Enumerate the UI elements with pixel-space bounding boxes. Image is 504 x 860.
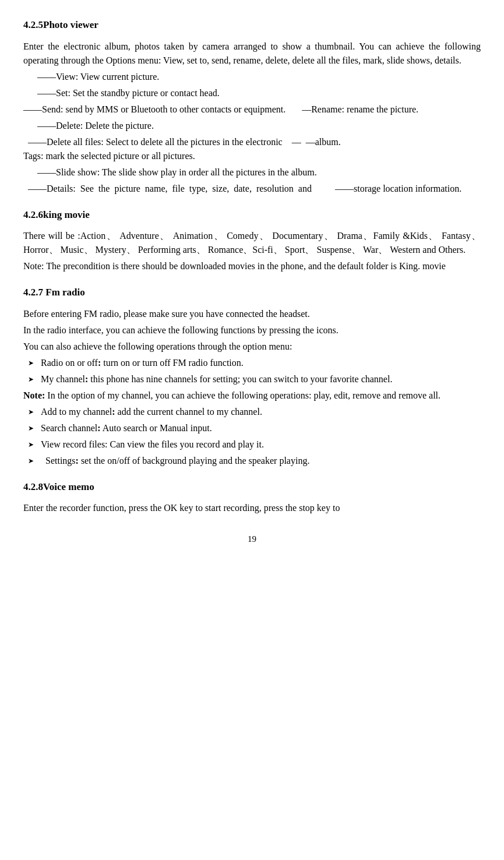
section-4-2-6: 4.2.6king movie There will be :Action、 A…	[23, 207, 481, 274]
para-movie-genres: There will be :Action、 Adventure、 Animat…	[23, 229, 481, 257]
page-number: 19	[23, 533, 481, 546]
bullet-settings: Settings: set the on/off of background p…	[41, 454, 481, 468]
para-fm-intro-2: In the radio interface, you can achieve …	[23, 323, 481, 337]
section-title-4-2-6: 4.2.6king movie	[23, 207, 481, 223]
para-fm-intro-3: You can also achieve the following opera…	[23, 340, 481, 354]
note-bold-label: Note:	[23, 390, 45, 400]
bullet-view-record: View record files: Can view the files yo…	[41, 438, 481, 452]
section-body-4-2-8: Enter the recorder function, press the O…	[23, 501, 481, 515]
section-4-2-5: 4.2.5Photo viewer Enter the electronic a…	[23, 17, 481, 196]
para-view: ——View: View current picture.	[23, 70, 481, 84]
section-4-2-8: 4.2.8Voice memo Enter the recorder funct…	[23, 480, 481, 516]
para-voice-intro: Enter the recorder function, press the O…	[23, 501, 481, 515]
fm-bullet-list-2: Add to my channel: add the current chann…	[23, 405, 481, 468]
note-content: In the option of my channel, you can ach…	[47, 390, 440, 400]
bullet-search-channel: Search channel: Auto search or Manual in…	[41, 421, 481, 435]
para-set: ——Set: Set the standby picture or contac…	[23, 86, 481, 100]
section-4-2-7: 4.2.7 Fm radio Before entering FM radio,…	[23, 285, 481, 468]
fm-bullet-list-1: Radio on or off: turn on or turn off FM …	[23, 356, 481, 386]
para-intro: Enter the electronic album, photos taken…	[23, 40, 481, 68]
bullet-add-channel: Add to my channel: add the current chann…	[41, 405, 481, 419]
para-note-fm: Note: In the option of my channel, you c…	[23, 389, 481, 403]
para-delete-all: ——Delete all files: Select to delete all…	[23, 135, 481, 163]
page-content: 4.2.5Photo viewer Enter the electronic a…	[23, 17, 481, 546]
bullet-my-channel: My channel: this phone has nine channels…	[41, 372, 481, 386]
para-fm-intro-1: Before entering FM radio, please make su…	[23, 307, 481, 321]
section-title-4-2-5: 4.2.5Photo viewer	[23, 17, 481, 33]
section-title-4-2-8: 4.2.8Voice memo	[23, 480, 481, 495]
section-body-4-2-5: Enter the electronic album, photos taken…	[23, 40, 481, 196]
para-movie-note: Note: The precondition is there should b…	[23, 259, 481, 273]
para-slideshow: ——Slide show: The slide show play in ord…	[23, 165, 481, 179]
section-body-4-2-7: Before entering FM radio, please make su…	[23, 307, 481, 468]
section-title-4-2-7: 4.2.7 Fm radio	[23, 285, 481, 300]
para-delete: ——Delete: Delete the picture.	[23, 119, 481, 133]
para-details: ——Details: See the picture name, file ty…	[23, 182, 481, 196]
bullet-radio-onoff: Radio on or off: turn on or turn off FM …	[41, 356, 481, 370]
section-body-4-2-6: There will be :Action、 Adventure、 Animat…	[23, 229, 481, 273]
para-send: ——Send: send by MMS or Bluetooth to othe…	[23, 103, 481, 117]
